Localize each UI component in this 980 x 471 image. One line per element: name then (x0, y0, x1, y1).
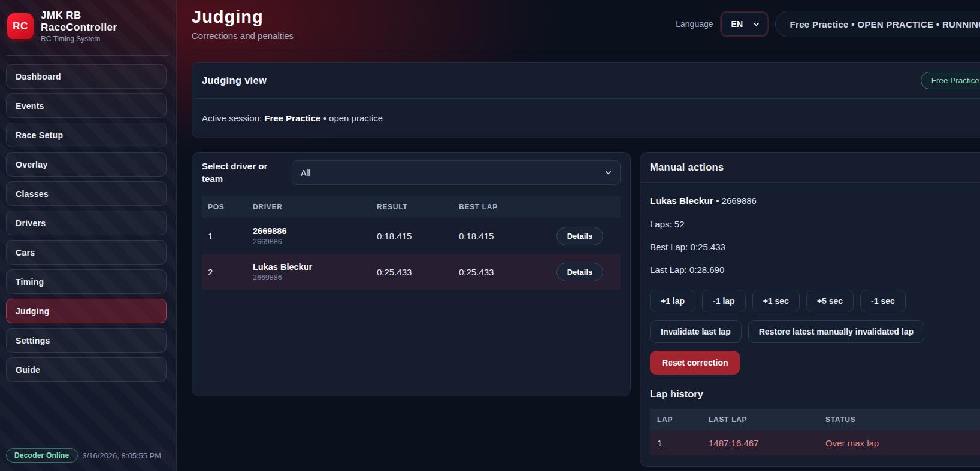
app-brand: RC JMK RB RaceController RC Timing Syste… (0, 0, 176, 50)
sidebar-item-overlay[interactable]: Overlay (6, 152, 167, 177)
active-session-line: Active session: Free Practice • open pra… (192, 99, 980, 138)
lap-history-row: 1 1487:16.467 Over max lap (650, 430, 980, 455)
session-status-badge: Free Practice • OPEN PRACTICE • RUNNING (775, 11, 980, 37)
sidebar-item-cars[interactable]: Cars (6, 240, 167, 265)
language-value: EN (731, 19, 743, 29)
table-row[interactable]: 2 Lukas Bleckur 2669886 0:25.433 0:25.43… (202, 254, 621, 290)
driver-results-panel: Select driver or team All POS DRIVER RES… (192, 152, 631, 396)
lap-time: 1487:16.467 (701, 438, 818, 448)
decoder-status-badge: Decoder Online (6, 448, 78, 463)
free-practice-badge: Free Practice (921, 72, 980, 89)
results-table-header: POS DRIVER RESULT BEST LAP (202, 196, 621, 218)
page-title: Judging (192, 7, 294, 27)
manual-actions-title: Manual actions (650, 162, 724, 173)
row-result: 0:18.415 (371, 231, 453, 241)
driver-select[interactable]: All (292, 160, 621, 185)
main-content: Judging Corrections and penalties Langua… (177, 0, 980, 467)
app-logo: RC (7, 13, 34, 39)
best-lap-value: Best Lap: 0:25.433 (650, 242, 980, 252)
row-driver-name: 2669886 (253, 226, 371, 236)
driver-select-label: Select driver or team (202, 160, 281, 185)
selected-driver-name: Lukas Bleckur (650, 196, 713, 206)
sidebar-item-dashboard[interactable]: Dashboard (6, 64, 167, 89)
page-header: Judging Corrections and penalties Langua… (192, 0, 980, 41)
reset-correction-button[interactable]: Reset correction (650, 351, 740, 375)
sidebar-divider (7, 55, 169, 56)
sidebar-item-judging[interactable]: Judging (6, 299, 167, 323)
col-last-lap: LAST LAP (701, 415, 818, 424)
row-driver-name: Lukas Bleckur (253, 262, 371, 272)
table-row[interactable]: 1 2669886 2669886 0:18.415 0:18.415 Deta… (202, 218, 621, 254)
brand-title-line1: JMK RB (41, 10, 117, 22)
sidebar: RC JMK RB RaceController RC Timing Syste… (0, 0, 177, 471)
active-session-name: Free Practice (264, 113, 320, 123)
invalidate-last-lap-button[interactable]: Invalidate last lap (650, 320, 742, 343)
minus-1-lap-button[interactable]: -1 lap (702, 290, 746, 312)
judging-view-panel: Judging view Free Practice Active sessio… (192, 62, 980, 138)
lap-history-header: LAP LAST LAP STATUS (650, 409, 980, 430)
chevron-down-icon (605, 169, 612, 176)
plus-1-sec-button[interactable]: +1 sec (752, 290, 800, 312)
language-select[interactable]: EN (721, 12, 767, 36)
row-driver-id: 2669886 (253, 238, 371, 246)
lap-number: 1 (650, 438, 701, 448)
last-lap-value: Last Lap: 0:28.690 (650, 265, 980, 275)
results-table: POS DRIVER RESULT BEST LAP 1 2669886 266… (202, 196, 621, 290)
sidebar-item-timing[interactable]: Timing (6, 269, 167, 294)
lap-history-table: LAP LAST LAP STATUS 1 1487:16.467 Over m… (650, 409, 980, 455)
lap-status: Over max lap (818, 438, 980, 448)
selected-driver-id: • 2669886 (713, 196, 757, 206)
sidebar-nav: Dashboard Events Race Setup Overlay Clas… (0, 64, 176, 382)
sidebar-item-drivers[interactable]: Drivers (6, 211, 167, 235)
manual-actions-panel: Manual actions Lukas Bleckur • 2669886 L… (640, 152, 980, 467)
lap-history-title: Lap history (650, 388, 980, 400)
chevron-down-icon (753, 21, 760, 28)
details-button[interactable]: Details (556, 263, 604, 281)
minus-1-sec-button[interactable]: -1 sec (860, 290, 906, 312)
brand-title-line2: RaceController (41, 22, 117, 34)
restore-invalidated-lap-button[interactable]: Restore latest manually invalidated lap (748, 320, 924, 343)
sidebar-item-guide[interactable]: Guide (6, 357, 167, 382)
plus-5-sec-button[interactable]: +5 sec (806, 290, 854, 312)
row-best-lap: 0:18.415 (453, 231, 539, 241)
active-session-label: Active session: (202, 113, 262, 123)
judging-view-title: Judging view (202, 75, 267, 86)
col-best-lap: BEST LAP (453, 203, 539, 211)
col-lap: LAP (650, 415, 701, 424)
row-pos: 1 (202, 231, 247, 241)
col-driver: DRIVER (247, 203, 371, 211)
row-result: 0:25.433 (371, 267, 453, 277)
clock-timestamp: 3/16/2026, 8:05:55 PM (83, 451, 162, 460)
page-subtitle: Corrections and penalties (192, 31, 294, 41)
sidebar-item-race-setup[interactable]: Race Setup (6, 123, 167, 147)
col-status: STATUS (818, 415, 980, 424)
row-best-lap: 0:25.433 (453, 267, 539, 277)
sidebar-item-events[interactable]: Events (6, 93, 167, 118)
header-divider (192, 51, 980, 51)
details-button[interactable]: Details (556, 227, 604, 245)
laps-count: Laps: 52 (650, 219, 980, 229)
driver-select-value: All (301, 168, 310, 178)
sidebar-item-settings[interactable]: Settings (6, 328, 167, 353)
row-pos: 2 (202, 267, 247, 277)
brand-subtitle: RC Timing System (41, 35, 117, 43)
row-driver-id: 2669886 (253, 274, 371, 282)
language-label: Language (676, 19, 713, 29)
active-session-suffix: • open practice (323, 113, 383, 123)
selected-driver-line: Lukas Bleckur • 2669886 (650, 196, 980, 206)
plus-1-lap-button[interactable]: +1 lap (650, 290, 695, 312)
col-result: RESULT (371, 203, 453, 211)
col-pos: POS (202, 203, 247, 211)
sidebar-item-classes[interactable]: Classes (6, 181, 167, 206)
